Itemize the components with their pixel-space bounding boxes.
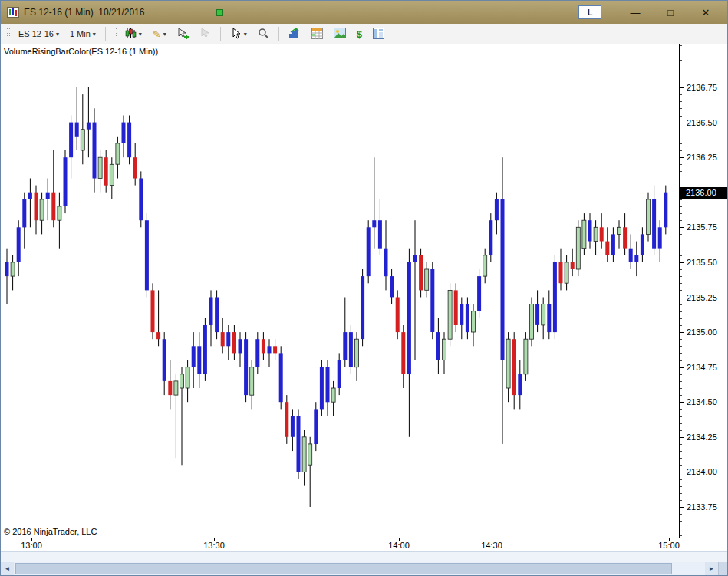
candle-body [156,332,160,339]
candle-body [314,409,318,444]
candle-body [104,157,108,186]
price-axis-minor-tick [680,255,682,256]
candle-body [139,179,143,221]
candle-body [623,227,627,248]
candle-body [110,164,114,185]
candle-body [355,339,359,367]
price-axis-minor-tick [680,171,682,172]
candle-body [98,157,102,178]
maximize-button[interactable]: □ [655,2,686,22]
horizontal-scrollbar[interactable]: ◄ ► [1,562,727,575]
candle-body [308,444,312,465]
price-axis-minor-tick [680,325,682,326]
candle-body [302,437,306,472]
link-button[interactable]: L [578,5,601,19]
price-axis[interactable]: 2136.00 2133.752134.002134.252134.502134… [679,44,727,538]
candle-body [594,227,598,241]
price-axis-minor-tick [680,423,682,424]
pointer-disabled-icon [199,28,211,41]
candle-body [69,123,73,158]
price-chart-plot[interactable] [1,44,679,538]
price-axis-minor-tick [680,339,682,340]
price-axis-minor-tick [680,179,682,179]
chevron-down-icon: ▾ [56,31,59,38]
time-axis[interactable]: 13:0013:3014:0014:3015:00 [1,538,679,551]
candle-body [372,220,376,227]
candle-body [262,339,265,353]
candle-body [343,332,347,360]
candle-body [367,227,371,276]
interval-selector[interactable]: 1 Min ▾ [65,27,100,41]
price-axis-minor-tick [680,430,682,431]
price-axis-minor-tick [680,290,682,291]
candle-body [127,123,131,158]
candle-body [576,227,580,269]
zoom-button[interactable] [253,25,274,43]
grip-handle[interactable] [113,28,117,40]
price-axis-minor-tick [680,45,682,46]
candle-body [652,199,656,249]
properties-grid-button[interactable] [307,25,328,43]
drawing-tools-icon: ✎ [153,29,161,39]
price-axis-label: 2136.50 [687,117,717,128]
candle-body [535,304,539,325]
price-axis-tick [680,437,684,438]
time-axis-label: 14:30 [481,541,502,550]
chevron-down-icon: ▾ [163,31,166,38]
candle-body [430,269,434,332]
scrollbar-track[interactable] [14,562,705,575]
snapshot-button[interactable] [329,25,351,42]
candle-body [547,304,551,333]
cursor-button[interactable]: ▾ [226,25,252,43]
titlebar[interactable]: ES 12-16 (1 Min) 10/21/2016 L — □ ✕ [1,1,727,24]
price-axis-minor-tick [680,186,682,186]
candle-body [401,332,405,374]
candle-body [553,262,557,332]
candle-body [151,290,155,332]
price-axis-minor-tick [680,493,682,494]
data-series-button[interactable] [284,25,305,43]
price-axis-minor-tick [680,535,682,536]
snapshot-icon [334,28,346,40]
minimize-button[interactable]: — [620,2,651,22]
scroll-right-button[interactable]: ► [705,562,718,575]
candle-body [279,353,283,402]
grip-handle[interactable] [6,28,10,40]
chart-style-button[interactable]: ▾ [120,25,147,43]
price-axis-minor-tick [680,451,682,452]
time-axis-label: 13:30 [203,541,225,550]
time-axis-label: 13:00 [21,541,42,550]
candle-body [221,332,225,346]
candle-body [28,193,32,199]
price-axis-minor-tick [680,276,682,277]
candle-body [320,367,324,410]
chevron-down-icon: ▾ [139,31,142,38]
add-drawing-button[interactable] [173,25,193,43]
price-axis-label: 2136.25 [687,152,717,163]
price-axis-tick [680,262,684,263]
price-axis-minor-tick [680,143,682,144]
price-axis-minor-tick [680,353,682,354]
candle-body [17,227,21,262]
candle-body [477,276,481,311]
price-axis-minor-tick [680,130,682,130]
drawing-tools-button[interactable]: ✎ ▾ [148,27,171,41]
price-axis-label: 2134.50 [687,397,717,407]
candle-body [326,367,330,403]
scroll-left-button[interactable]: ◄ [1,562,14,575]
scrollbar-thumb[interactable] [15,563,672,574]
time-axis-tick [214,538,215,541]
candle-body [145,220,149,290]
chart-trader-button[interactable]: $ [352,27,367,41]
candle-body [5,262,9,276]
price-axis-minor-tick [680,318,682,319]
candle-body [250,367,254,396]
price-axis-label: 2135.25 [687,292,717,303]
close-button[interactable]: ✕ [690,2,721,22]
instrument-selector[interactable]: ES 12-16 ▾ [14,27,64,41]
candle-body [443,339,446,360]
toolbar: ES 12-16 ▾ 1 Min ▾ ▾ ✎ ▾ [1,24,727,44]
price-axis-minor-tick [680,101,682,102]
data-box-button[interactable] [368,25,389,43]
chevron-down-icon: ▾ [93,31,96,38]
